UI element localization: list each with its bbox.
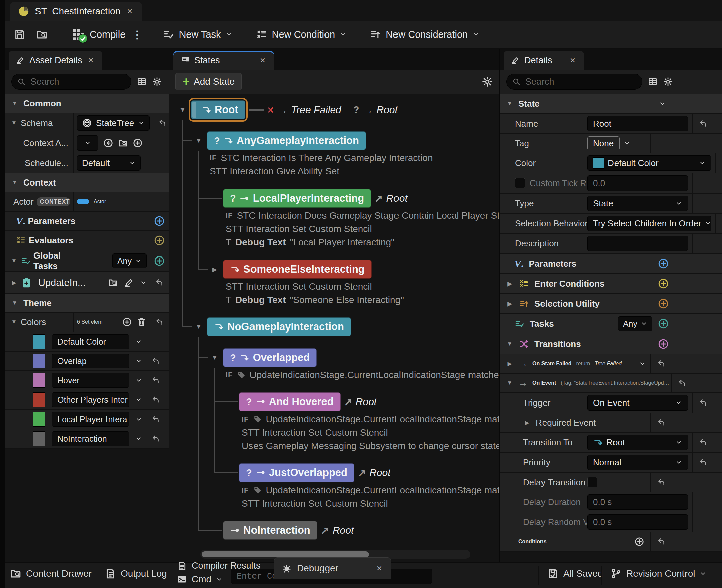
- reset-icon[interactable]: [151, 376, 160, 385]
- transition-row[interactable]: ▶→On State FailedreturnTree Failed: [500, 354, 722, 374]
- add-icon[interactable]: [658, 298, 669, 309]
- state-pill[interactable]: ?JustOverlapped: [239, 463, 354, 482]
- expander-icon[interactable]: ▼: [194, 323, 204, 331]
- row-global-task-item[interactable]: ▶ UpdateIn...: [5, 272, 169, 294]
- transition-target[interactable]: Root: [333, 525, 354, 536]
- category-parameters[interactable]: V.Parameters: [500, 254, 722, 274]
- delete-icon[interactable]: [136, 317, 147, 327]
- transition-to-dropdown[interactable]: Root: [587, 435, 688, 450]
- reset-icon[interactable]: [155, 318, 164, 327]
- schedule-dropdown[interactable]: Default: [77, 155, 141, 171]
- chevron-down-icon[interactable]: [140, 279, 147, 286]
- color-swatch[interactable]: [33, 393, 45, 407]
- state-tree-canvas[interactable]: ▼Root×→Tree Failed?→Root▼?AnyGameplayInt…: [169, 94, 499, 546]
- color-swatch[interactable]: [33, 373, 45, 388]
- color-name-field[interactable]: Local Player Intera: [51, 412, 129, 426]
- add-global-task-icon[interactable]: [154, 255, 165, 267]
- chevron-down-icon[interactable]: [135, 416, 142, 423]
- transition-target[interactable]: Tree Failed: [291, 104, 341, 115]
- browse-icon[interactable]: [108, 278, 118, 288]
- description-field[interactable]: [587, 236, 688, 251]
- gear-icon[interactable]: [152, 77, 162, 87]
- reset-icon[interactable]: [657, 418, 666, 427]
- add-icon[interactable]: [658, 258, 669, 269]
- gear-icon[interactable]: [482, 76, 493, 87]
- color-name-field[interactable]: Hover: [51, 373, 129, 388]
- reset-icon[interactable]: [699, 458, 707, 467]
- color-dropdown[interactable]: Default Color: [587, 155, 711, 171]
- asset-document-tab[interactable]: ST_ChestInteraction ×: [10, 2, 142, 21]
- reset-icon[interactable]: [151, 434, 160, 443]
- custom-tick-rate-field[interactable]: 0.0: [587, 175, 688, 191]
- tasks-rule-dropdown[interactable]: Any: [618, 316, 652, 331]
- reset-icon[interactable]: [657, 478, 666, 486]
- color-name-field[interactable]: Other Players Inter: [51, 393, 129, 407]
- name-field[interactable]: Root: [587, 116, 688, 131]
- color-swatch[interactable]: [33, 412, 45, 426]
- reset-icon[interactable]: [678, 379, 686, 387]
- all-saved-button[interactable]: All Saved: [547, 568, 603, 579]
- chevron-down-icon[interactable]: [639, 360, 646, 367]
- expander-icon[interactable]: ▼: [177, 106, 188, 113]
- add-state-button[interactable]: + Add State: [175, 73, 242, 90]
- compile-options-icon[interactable]: ⋮: [130, 29, 144, 41]
- transition-target[interactable]: Root: [386, 192, 407, 204]
- search-input[interactable]: [30, 77, 126, 87]
- cmd-button[interactable]: Cmd: [177, 574, 223, 585]
- transition-target[interactable]: Root: [369, 467, 390, 479]
- display-filter-icon[interactable]: [647, 77, 658, 87]
- override-checkbox[interactable]: [515, 178, 525, 188]
- state-pill[interactable]: ?And Hovered: [239, 393, 341, 411]
- state-pill[interactable]: ?LocalPlayerInteracting: [223, 189, 371, 208]
- tab-states[interactable]: States ×: [173, 51, 274, 70]
- section-context[interactable]: ▼Context: [5, 173, 169, 192]
- section-theme[interactable]: ▼Theme: [5, 294, 169, 313]
- compile-button[interactable]: Compile: [67, 24, 130, 45]
- browse-icon[interactable]: [118, 138, 128, 148]
- asset-search-field[interactable]: [12, 74, 131, 90]
- chevron-down-icon[interactable]: [135, 397, 142, 403]
- transition-target[interactable]: Root: [377, 104, 398, 115]
- type-dropdown[interactable]: State: [587, 195, 688, 211]
- row-parameters[interactable]: V.Parameters: [5, 212, 169, 231]
- display-filter-icon[interactable]: [136, 77, 147, 87]
- schema-dropdown[interactable]: StateTree: [77, 115, 150, 131]
- transition-target[interactable]: Root: [356, 396, 377, 407]
- color-name-field[interactable]: Overlap: [51, 354, 129, 368]
- color-name-field[interactable]: NoInteraction: [51, 431, 129, 446]
- state-pill[interactable]: ?Overlapped: [223, 348, 317, 367]
- category-transitions[interactable]: ▼Transitions: [500, 334, 722, 354]
- color-swatch[interactable]: [33, 334, 45, 349]
- add-color-icon[interactable]: [122, 317, 132, 327]
- add-icon[interactable]: [658, 278, 669, 289]
- reset-icon[interactable]: [151, 357, 160, 365]
- expander-icon[interactable]: ▶: [506, 280, 514, 287]
- state-pill[interactable]: NoInteraction: [223, 521, 317, 540]
- reset-icon[interactable]: [151, 415, 160, 424]
- expander-icon[interactable]: ▶: [10, 279, 18, 286]
- chevron-down-icon[interactable]: [135, 358, 142, 364]
- close-icon[interactable]: ×: [376, 564, 383, 573]
- selection-behavior-dropdown[interactable]: Try Select Children In Order: [587, 216, 711, 231]
- close-icon[interactable]: ×: [87, 56, 95, 65]
- color-swatch[interactable]: [33, 431, 45, 446]
- expander-icon[interactable]: ▼: [506, 340, 514, 347]
- search-input[interactable]: [526, 77, 637, 87]
- state-pill[interactable]: NoGameplayInteraction: [207, 317, 351, 336]
- delay-duration-field[interactable]: 0.0 s: [587, 494, 688, 510]
- tab-debugger[interactable]: Debugger ×: [274, 557, 391, 579]
- row-global-tasks[interactable]: ▼Global Tasks Any: [5, 250, 169, 272]
- category-tasks[interactable]: TasksAny: [500, 314, 722, 334]
- new-consideration-button[interactable]: New Consideration: [365, 24, 484, 45]
- add-icon[interactable]: [658, 338, 669, 350]
- reset-icon[interactable]: [657, 359, 666, 368]
- delay-random-va--field[interactable]: 0.0 s: [587, 514, 688, 530]
- reset-icon[interactable]: [699, 398, 707, 407]
- row-evaluators[interactable]: Evaluators: [5, 231, 169, 250]
- add-icon[interactable]: [658, 318, 669, 330]
- expander-icon[interactable]: ▼: [506, 380, 514, 386]
- reset-icon[interactable]: [158, 119, 167, 127]
- browse-to-asset-icon[interactable]: [36, 29, 47, 40]
- section-common[interactable]: ▼Common: [5, 94, 169, 113]
- section-state[interactable]: ▼State: [500, 94, 722, 114]
